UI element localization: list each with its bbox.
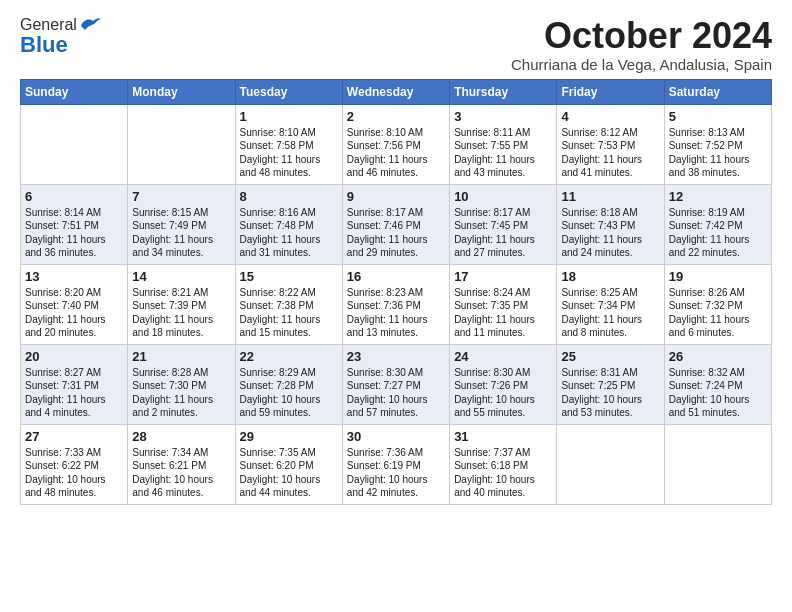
header-row: SundayMondayTuesdayWednesdayThursdayFrid…	[21, 79, 772, 104]
calendar-cell: 30Sunrise: 7:36 AMSunset: 6:19 PMDayligh…	[342, 424, 449, 504]
cell-text: Sunset: 7:38 PM	[240, 299, 338, 313]
calendar-cell: 29Sunrise: 7:35 AMSunset: 6:20 PMDayligh…	[235, 424, 342, 504]
cell-text: Daylight: 10 hours and 57 minutes.	[347, 393, 445, 420]
month-title: October 2024	[511, 16, 772, 56]
cell-text: Sunset: 7:28 PM	[240, 379, 338, 393]
cell-text: Daylight: 10 hours and 44 minutes.	[240, 473, 338, 500]
cell-text: Sunrise: 8:18 AM	[561, 206, 659, 220]
day-number: 8	[240, 189, 338, 204]
cell-text: Sunset: 7:40 PM	[25, 299, 123, 313]
cell-text: Sunrise: 7:36 AM	[347, 446, 445, 460]
calendar-cell: 6Sunrise: 8:14 AMSunset: 7:51 PMDaylight…	[21, 184, 128, 264]
cell-text: Sunrise: 8:22 AM	[240, 286, 338, 300]
cell-text: Sunset: 7:32 PM	[669, 299, 767, 313]
calendar-cell: 27Sunrise: 7:33 AMSunset: 6:22 PMDayligh…	[21, 424, 128, 504]
header-day-sunday: Sunday	[21, 79, 128, 104]
cell-text: Daylight: 10 hours and 40 minutes.	[454, 473, 552, 500]
day-number: 6	[25, 189, 123, 204]
calendar-cell: 18Sunrise: 8:25 AMSunset: 7:34 PMDayligh…	[557, 264, 664, 344]
cell-text: Sunrise: 8:10 AM	[240, 126, 338, 140]
calendar-cell	[557, 424, 664, 504]
calendar-cell: 5Sunrise: 8:13 AMSunset: 7:52 PMDaylight…	[664, 104, 771, 184]
cell-text: Sunrise: 8:32 AM	[669, 366, 767, 380]
calendar-cell	[128, 104, 235, 184]
cell-text: Sunset: 6:21 PM	[132, 459, 230, 473]
calendar-cell: 13Sunrise: 8:20 AMSunset: 7:40 PMDayligh…	[21, 264, 128, 344]
cell-text: Sunset: 7:43 PM	[561, 219, 659, 233]
calendar-cell: 20Sunrise: 8:27 AMSunset: 7:31 PMDayligh…	[21, 344, 128, 424]
cell-text: Daylight: 10 hours and 48 minutes.	[25, 473, 123, 500]
day-number: 22	[240, 349, 338, 364]
day-number: 30	[347, 429, 445, 444]
cell-text: Sunset: 6:20 PM	[240, 459, 338, 473]
cell-text: Daylight: 11 hours and 15 minutes.	[240, 313, 338, 340]
cell-text: Sunrise: 8:16 AM	[240, 206, 338, 220]
cell-text: Sunset: 7:39 PM	[132, 299, 230, 313]
cell-text: Daylight: 11 hours and 4 minutes.	[25, 393, 123, 420]
calendar-cell: 10Sunrise: 8:17 AMSunset: 7:45 PMDayligh…	[450, 184, 557, 264]
cell-text: Daylight: 11 hours and 27 minutes.	[454, 233, 552, 260]
cell-text: Sunset: 7:42 PM	[669, 219, 767, 233]
cell-text: Daylight: 11 hours and 13 minutes.	[347, 313, 445, 340]
calendar-cell: 11Sunrise: 8:18 AMSunset: 7:43 PMDayligh…	[557, 184, 664, 264]
day-number: 12	[669, 189, 767, 204]
calendar-body: 1Sunrise: 8:10 AMSunset: 7:58 PMDaylight…	[21, 104, 772, 504]
calendar-cell: 28Sunrise: 7:34 AMSunset: 6:21 PMDayligh…	[128, 424, 235, 504]
cell-text: Daylight: 11 hours and 43 minutes.	[454, 153, 552, 180]
calendar-cell: 24Sunrise: 8:30 AMSunset: 7:26 PMDayligh…	[450, 344, 557, 424]
day-number: 24	[454, 349, 552, 364]
day-number: 25	[561, 349, 659, 364]
calendar-cell	[21, 104, 128, 184]
calendar-header: SundayMondayTuesdayWednesdayThursdayFrid…	[21, 79, 772, 104]
day-number: 2	[347, 109, 445, 124]
cell-text: Sunset: 7:34 PM	[561, 299, 659, 313]
calendar-cell: 31Sunrise: 7:37 AMSunset: 6:18 PMDayligh…	[450, 424, 557, 504]
cell-text: Sunrise: 8:27 AM	[25, 366, 123, 380]
cell-text: Sunset: 6:18 PM	[454, 459, 552, 473]
day-number: 10	[454, 189, 552, 204]
cell-text: Sunset: 6:22 PM	[25, 459, 123, 473]
day-number: 26	[669, 349, 767, 364]
cell-text: Sunrise: 8:30 AM	[454, 366, 552, 380]
cell-text: Daylight: 10 hours and 51 minutes.	[669, 393, 767, 420]
cell-text: Sunset: 7:35 PM	[454, 299, 552, 313]
calendar-cell	[664, 424, 771, 504]
header-day-thursday: Thursday	[450, 79, 557, 104]
calendar-cell: 2Sunrise: 8:10 AMSunset: 7:56 PMDaylight…	[342, 104, 449, 184]
day-number: 19	[669, 269, 767, 284]
week-row-4: 20Sunrise: 8:27 AMSunset: 7:31 PMDayligh…	[21, 344, 772, 424]
day-number: 20	[25, 349, 123, 364]
calendar-cell: 23Sunrise: 8:30 AMSunset: 7:27 PMDayligh…	[342, 344, 449, 424]
calendar-cell: 22Sunrise: 8:29 AMSunset: 7:28 PMDayligh…	[235, 344, 342, 424]
day-number: 5	[669, 109, 767, 124]
cell-text: Sunset: 7:56 PM	[347, 139, 445, 153]
week-row-2: 6Sunrise: 8:14 AMSunset: 7:51 PMDaylight…	[21, 184, 772, 264]
cell-text: Sunrise: 8:15 AM	[132, 206, 230, 220]
calendar-cell: 25Sunrise: 8:31 AMSunset: 7:25 PMDayligh…	[557, 344, 664, 424]
title-block: October 2024 Churriana de la Vega, Andal…	[511, 16, 772, 73]
calendar-cell: 9Sunrise: 8:17 AMSunset: 7:46 PMDaylight…	[342, 184, 449, 264]
calendar-table: SundayMondayTuesdayWednesdayThursdayFrid…	[20, 79, 772, 505]
day-number: 17	[454, 269, 552, 284]
cell-text: Daylight: 11 hours and 31 minutes.	[240, 233, 338, 260]
cell-text: Sunrise: 8:25 AM	[561, 286, 659, 300]
cell-text: Sunset: 7:27 PM	[347, 379, 445, 393]
cell-text: Sunset: 7:55 PM	[454, 139, 552, 153]
cell-text: Sunrise: 8:26 AM	[669, 286, 767, 300]
cell-text: Sunset: 7:52 PM	[669, 139, 767, 153]
day-number: 4	[561, 109, 659, 124]
calendar-cell: 19Sunrise: 8:26 AMSunset: 7:32 PMDayligh…	[664, 264, 771, 344]
cell-text: Daylight: 11 hours and 11 minutes.	[454, 313, 552, 340]
cell-text: Sunset: 7:45 PM	[454, 219, 552, 233]
cell-text: Daylight: 11 hours and 18 minutes.	[132, 313, 230, 340]
calendar-cell: 26Sunrise: 8:32 AMSunset: 7:24 PMDayligh…	[664, 344, 771, 424]
cell-text: Sunrise: 7:35 AM	[240, 446, 338, 460]
cell-text: Daylight: 11 hours and 46 minutes.	[347, 153, 445, 180]
week-row-3: 13Sunrise: 8:20 AMSunset: 7:40 PMDayligh…	[21, 264, 772, 344]
cell-text: Sunrise: 8:24 AM	[454, 286, 552, 300]
header-day-friday: Friday	[557, 79, 664, 104]
location-subtitle: Churriana de la Vega, Andalusia, Spain	[511, 56, 772, 73]
calendar-cell: 3Sunrise: 8:11 AMSunset: 7:55 PMDaylight…	[450, 104, 557, 184]
day-number: 9	[347, 189, 445, 204]
day-number: 16	[347, 269, 445, 284]
